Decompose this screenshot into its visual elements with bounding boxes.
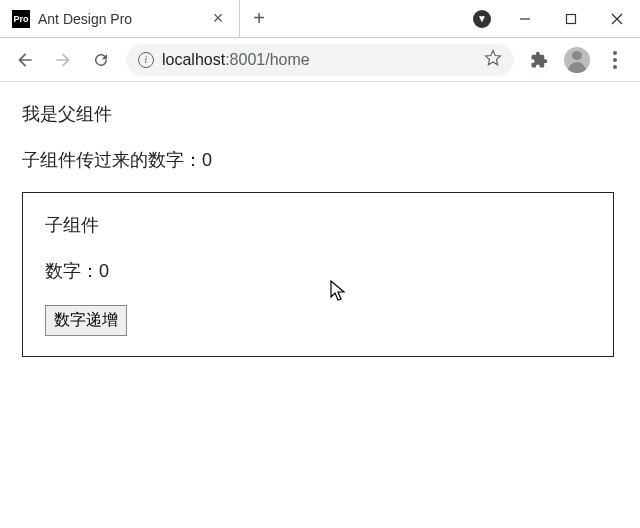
address-bar[interactable]: i localhost:8001/home — [126, 44, 514, 76]
minimize-button[interactable] — [502, 0, 548, 37]
url-text: localhost:8001/home — [162, 51, 476, 69]
profile-button[interactable] — [560, 43, 594, 77]
close-tab-icon[interactable]: × — [209, 8, 227, 29]
reload-button[interactable] — [84, 43, 118, 77]
parent-value-label: 子组件传过来的数字： — [22, 150, 202, 170]
tab-title: Ant Design Pro — [38, 11, 201, 27]
browser-toolbar: i localhost:8001/home — [0, 38, 640, 82]
kebab-icon — [613, 51, 617, 69]
child-component-box: 子组件 数字：0 数字递增 — [22, 192, 614, 357]
svg-rect-1 — [567, 14, 576, 23]
url-port: :8001 — [225, 51, 265, 68]
site-info-icon[interactable]: i — [138, 52, 154, 68]
child-component-title: 子组件 — [45, 213, 591, 237]
menu-button[interactable] — [598, 43, 632, 77]
parent-value-line: 子组件传过来的数字：0 — [22, 148, 618, 172]
avatar-icon — [564, 47, 590, 73]
child-value: 0 — [99, 261, 109, 281]
parent-component-title: 我是父组件 — [22, 102, 618, 126]
window-titlebar: Pro Ant Design Pro × + ▼ — [0, 0, 640, 38]
back-button[interactable] — [8, 43, 42, 77]
page-content: 我是父组件 子组件传过来的数字：0 子组件 数字：0 数字递增 — [0, 82, 640, 377]
browser-tab[interactable]: Pro Ant Design Pro × — [0, 0, 240, 37]
new-tab-button[interactable]: + — [240, 0, 278, 37]
favicon-icon: Pro — [12, 10, 30, 28]
bookmark-star-icon[interactable] — [484, 49, 502, 71]
extensions-button[interactable] — [522, 43, 556, 77]
url-host: localhost — [162, 51, 225, 68]
dropdown-icon[interactable]: ▼ — [462, 0, 502, 37]
url-path: /home — [265, 51, 309, 68]
child-value-line: 数字：0 — [45, 259, 591, 283]
parent-value: 0 — [202, 150, 212, 170]
child-value-label: 数字： — [45, 261, 99, 281]
close-window-button[interactable] — [594, 0, 640, 37]
maximize-button[interactable] — [548, 0, 594, 37]
increment-button[interactable]: 数字递增 — [45, 305, 127, 336]
window-controls — [502, 0, 640, 37]
forward-button[interactable] — [46, 43, 80, 77]
